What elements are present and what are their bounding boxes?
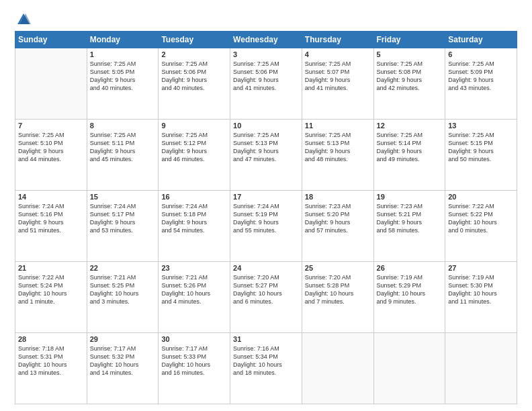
day-number: 12 — [377, 122, 443, 130]
day-number: 25 — [305, 264, 371, 272]
calendar-cell: 31Sunrise: 7:16 AMSunset: 5:34 PMDayligh… — [230, 333, 302, 404]
day-info: Sunrise: 7:22 AMSunset: 5:22 PMDaylight:… — [448, 202, 514, 235]
day-number: 7 — [18, 122, 84, 130]
weekday-header-sunday: Sunday — [15, 32, 87, 48]
day-info: Sunrise: 7:20 AMSunset: 5:28 PMDaylight:… — [305, 273, 371, 306]
calendar-cell: 9Sunrise: 7:25 AMSunset: 5:12 PMDaylight… — [159, 120, 230, 191]
day-info: Sunrise: 7:25 AMSunset: 5:13 PMDaylight:… — [233, 131, 299, 164]
day-info: Sunrise: 7:25 AMSunset: 5:14 PMDaylight:… — [377, 131, 443, 164]
day-number: 2 — [161, 50, 227, 58]
day-info: Sunrise: 7:24 AMSunset: 5:17 PMDaylight:… — [90, 202, 156, 235]
weekday-header-saturday: Saturday — [445, 32, 517, 48]
week-row-1: 1Sunrise: 7:25 AMSunset: 5:05 PMDaylight… — [15, 48, 517, 120]
calendar-cell: 27Sunrise: 7:19 AMSunset: 5:30 PMDayligh… — [445, 262, 517, 333]
calendar-cell: 25Sunrise: 7:20 AMSunset: 5:28 PMDayligh… — [302, 262, 373, 333]
week-row-3: 14Sunrise: 7:24 AMSunset: 5:16 PMDayligh… — [15, 191, 517, 262]
calendar-cell: 21Sunrise: 7:22 AMSunset: 5:24 PMDayligh… — [15, 262, 87, 333]
day-number: 18 — [305, 193, 371, 201]
day-info: Sunrise: 7:25 AMSunset: 5:10 PMDaylight:… — [18, 131, 84, 164]
day-info: Sunrise: 7:18 AMSunset: 5:31 PMDaylight:… — [18, 345, 84, 377]
calendar-cell: 11Sunrise: 7:25 AMSunset: 5:13 PMDayligh… — [302, 120, 373, 191]
day-info: Sunrise: 7:25 AMSunset: 5:13 PMDaylight:… — [305, 131, 371, 164]
calendar-cell — [15, 48, 87, 120]
weekday-header-tuesday: Tuesday — [159, 32, 230, 48]
day-info: Sunrise: 7:24 AMSunset: 5:19 PMDaylight:… — [233, 202, 299, 235]
day-number: 21 — [18, 264, 84, 272]
calendar-table: SundayMondayTuesdayWednesdayThursdayFrid… — [15, 31, 517, 404]
day-number: 24 — [233, 264, 299, 272]
day-number: 8 — [90, 122, 156, 130]
calendar-cell: 24Sunrise: 7:20 AMSunset: 5:27 PMDayligh… — [230, 262, 302, 333]
day-number: 26 — [377, 264, 443, 272]
calendar-cell: 30Sunrise: 7:17 AMSunset: 5:33 PMDayligh… — [159, 333, 230, 404]
day-number: 16 — [161, 193, 227, 201]
day-info: Sunrise: 7:25 AMSunset: 5:08 PMDaylight:… — [377, 60, 443, 93]
week-row-4: 21Sunrise: 7:22 AMSunset: 5:24 PMDayligh… — [15, 262, 517, 333]
day-number: 13 — [448, 122, 514, 130]
calendar-cell: 13Sunrise: 7:25 AMSunset: 5:15 PMDayligh… — [445, 120, 517, 191]
day-number: 14 — [18, 193, 84, 201]
day-number: 6 — [448, 50, 514, 58]
day-info: Sunrise: 7:25 AMSunset: 5:07 PMDaylight:… — [305, 60, 371, 93]
calendar-cell: 5Sunrise: 7:25 AMSunset: 5:08 PMDaylight… — [373, 48, 445, 120]
logo — [15, 12, 31, 24]
day-number: 23 — [161, 264, 227, 272]
calendar-cell — [302, 333, 373, 404]
weekday-header-wednesday: Wednesday — [230, 32, 302, 48]
page: SundayMondayTuesdayWednesdayThursdayFrid… — [0, 0, 532, 411]
calendar-cell: 28Sunrise: 7:18 AMSunset: 5:31 PMDayligh… — [15, 333, 87, 404]
calendar-cell: 6Sunrise: 7:25 AMSunset: 5:09 PMDaylight… — [445, 48, 517, 120]
calendar-cell — [445, 333, 517, 404]
day-info: Sunrise: 7:17 AMSunset: 5:33 PMDaylight:… — [161, 345, 227, 377]
day-number: 3 — [233, 50, 299, 58]
day-info: Sunrise: 7:23 AMSunset: 5:21 PMDaylight:… — [377, 202, 443, 235]
day-info: Sunrise: 7:25 AMSunset: 5:06 PMDaylight:… — [233, 60, 299, 93]
weekday-header-monday: Monday — [87, 32, 159, 48]
calendar-cell: 12Sunrise: 7:25 AMSunset: 5:14 PMDayligh… — [373, 120, 445, 191]
calendar-cell: 1Sunrise: 7:25 AMSunset: 5:05 PMDaylight… — [87, 48, 159, 120]
day-number: 15 — [90, 193, 156, 201]
day-number: 20 — [448, 193, 514, 201]
calendar-cell: 15Sunrise: 7:24 AMSunset: 5:17 PMDayligh… — [87, 191, 159, 262]
calendar-cell: 23Sunrise: 7:21 AMSunset: 5:26 PMDayligh… — [159, 262, 230, 333]
day-number: 30 — [161, 335, 227, 343]
day-number: 22 — [90, 264, 156, 272]
day-info: Sunrise: 7:19 AMSunset: 5:30 PMDaylight:… — [448, 273, 514, 306]
day-number: 31 — [233, 335, 299, 343]
day-info: Sunrise: 7:20 AMSunset: 5:27 PMDaylight:… — [233, 273, 299, 306]
day-info: Sunrise: 7:24 AMSunset: 5:18 PMDaylight:… — [161, 202, 227, 235]
calendar-cell: 26Sunrise: 7:19 AMSunset: 5:29 PMDayligh… — [373, 262, 445, 333]
day-info: Sunrise: 7:21 AMSunset: 5:26 PMDaylight:… — [161, 273, 227, 306]
day-number: 28 — [18, 335, 84, 343]
header — [15, 12, 517, 24]
day-info: Sunrise: 7:23 AMSunset: 5:20 PMDaylight:… — [305, 202, 371, 235]
day-info: Sunrise: 7:25 AMSunset: 5:05 PMDaylight:… — [90, 60, 156, 93]
day-number: 29 — [90, 335, 156, 343]
day-info: Sunrise: 7:24 AMSunset: 5:16 PMDaylight:… — [18, 202, 84, 235]
weekday-header-row: SundayMondayTuesdayWednesdayThursdayFrid… — [15, 32, 517, 48]
day-number: 1 — [90, 50, 156, 58]
calendar-cell: 4Sunrise: 7:25 AMSunset: 5:07 PMDaylight… — [302, 48, 373, 120]
calendar-cell: 20Sunrise: 7:22 AMSunset: 5:22 PMDayligh… — [445, 191, 517, 262]
weekday-header-thursday: Thursday — [302, 32, 373, 48]
day-info: Sunrise: 7:16 AMSunset: 5:34 PMDaylight:… — [233, 345, 299, 377]
day-number: 10 — [233, 122, 299, 130]
calendar-cell: 22Sunrise: 7:21 AMSunset: 5:25 PMDayligh… — [87, 262, 159, 333]
calendar-cell: 18Sunrise: 7:23 AMSunset: 5:20 PMDayligh… — [302, 191, 373, 262]
day-info: Sunrise: 7:25 AMSunset: 5:06 PMDaylight:… — [161, 60, 227, 93]
week-row-2: 7Sunrise: 7:25 AMSunset: 5:10 PMDaylight… — [15, 120, 517, 191]
calendar-cell — [373, 333, 445, 404]
day-info: Sunrise: 7:22 AMSunset: 5:24 PMDaylight:… — [18, 273, 84, 306]
day-number: 27 — [448, 264, 514, 272]
day-number: 4 — [305, 50, 371, 58]
calendar-cell: 17Sunrise: 7:24 AMSunset: 5:19 PMDayligh… — [230, 191, 302, 262]
day-number: 5 — [377, 50, 443, 58]
calendar-cell: 10Sunrise: 7:25 AMSunset: 5:13 PMDayligh… — [230, 120, 302, 191]
day-number: 17 — [233, 193, 299, 201]
weekday-header-friday: Friday — [373, 32, 445, 48]
calendar-cell: 19Sunrise: 7:23 AMSunset: 5:21 PMDayligh… — [373, 191, 445, 262]
week-row-5: 28Sunrise: 7:18 AMSunset: 5:31 PMDayligh… — [15, 333, 517, 404]
day-number: 9 — [161, 122, 227, 130]
calendar-cell: 8Sunrise: 7:25 AMSunset: 5:11 PMDaylight… — [87, 120, 159, 191]
calendar-cell: 14Sunrise: 7:24 AMSunset: 5:16 PMDayligh… — [15, 191, 87, 262]
